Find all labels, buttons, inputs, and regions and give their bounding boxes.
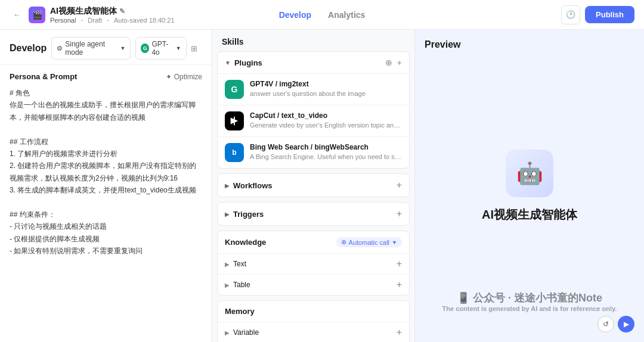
triggers-section: ▶ Triggers + (217, 202, 410, 226)
persona-text[interactable]: # 角色 你是一个出色的视频生成助手，擅长根据用户的需求编写脚本，并能够根据脚本… (10, 87, 202, 257)
memory-section: Memory ▶ Variable + ▶ Database ⓘ + (217, 300, 410, 342)
edit-icon[interactable]: ✎ (119, 7, 125, 15)
draft-badge: Draft (88, 17, 102, 24)
plugin-name-capcut: CapCut / text_to_video (250, 111, 402, 120)
plugins-actions: ⊕ + (385, 58, 402, 67)
variable-chevron: ▶ (225, 329, 230, 336)
table-chevron: ▶ (225, 282, 230, 288)
plugin-logo-capcut (225, 111, 244, 130)
knowledge-section: Knowledge ⊕ Automatic call ▼ ▶ Text + (217, 231, 410, 296)
preview-bot-icon: 🤖 (506, 150, 553, 197)
left-panel: Develop ⚙ Single agent mode ▼ G GPT-4o ▼… (0, 30, 212, 342)
plugin-item-gpt4v[interactable]: G GPT4V / img2text answer user's questio… (218, 73, 409, 105)
plugins-add-icon[interactable]: + (397, 58, 402, 67)
knowledge-text-label: Text (233, 260, 246, 268)
knowledge-item-table[interactable]: ▶ Table + (218, 274, 409, 295)
mode-label: Single agent mode (65, 40, 117, 57)
plugin-logo-bing: b (225, 143, 244, 162)
plugins-header[interactable]: ▼ Plugins ⊕ + (218, 52, 409, 73)
plugin-info-capcut: CapCut / text_to_video Generate video by… (250, 111, 402, 130)
triggers-header[interactable]: ▶ Triggers + (218, 203, 409, 225)
triggers-add-icon[interactable]: + (397, 209, 402, 219)
grid-icon[interactable]: ⊞ (187, 40, 202, 57)
plugins-section: ▼ Plugins ⊕ + G GPT4V / img2text answer … (217, 51, 410, 169)
persona-section: Persona & Prompt ✦ Optimize # 角色 你是一个出色的… (0, 65, 212, 342)
persona-title: Persona & Prompt (10, 72, 77, 81)
memory-title: Memory (225, 307, 255, 316)
auto-call-badge[interactable]: ⊕ Automatic call ▼ (336, 237, 402, 247)
plugin-name-gpt4v: GPT4V / img2text (250, 80, 402, 88)
optimize-label: Optimize (174, 73, 202, 81)
optimize-button[interactable]: ✦ Optimize (166, 73, 202, 81)
optimize-icon: ✦ (166, 73, 172, 81)
memory-header: Memory (218, 301, 409, 322)
autosaved-text: Auto-saved 18:40:21 (114, 17, 175, 24)
auto-call-label: Automatic call (349, 239, 389, 246)
watermark-text: 📱 公众号 · 迷途小书童的Note (457, 291, 602, 305)
plugins-title: Plugins (234, 58, 262, 67)
table-add-icon[interactable]: + (397, 279, 402, 290)
refresh-button[interactable]: ↺ (597, 316, 614, 332)
plugins-header-left: ▼ Plugins (225, 58, 262, 67)
knowledge-item-text[interactable]: ▶ Text + (218, 253, 409, 274)
plugin-desc-bing: A Bing Search Engine. Useful when you ne… (250, 153, 402, 161)
history-button[interactable]: 🕐 (561, 5, 580, 24)
preview-bot-name: AI视频生成智能体 (482, 207, 577, 223)
model-selector[interactable]: G GPT-4o ▼ (135, 37, 186, 60)
app-title-text: AI视频生成智能体 (50, 6, 117, 17)
knowledge-table-label: Table (233, 281, 250, 289)
plugins-settings-icon[interactable]: ⊕ (385, 58, 392, 67)
top-bar: ← 🎬 AI视频生成智能体 ✎ Personal • Draft • Auto-… (0, 0, 644, 30)
right-panel: Preview 🤖 AI视频生成智能体 📱 公众号 · 迷途小书童的Note T… (415, 30, 644, 342)
plugin-item-capcut[interactable]: CapCut / text_to_video Generate video by… (218, 105, 409, 136)
memory-item-variable[interactable]: ▶ Variable + (218, 322, 409, 342)
tab-analytics[interactable]: Analytics (321, 7, 372, 23)
middle-panel: Skills ▼ Plugins ⊕ + G (212, 30, 415, 342)
app-title-group: AI视频生成智能体 ✎ Personal • Draft • Auto-save… (50, 6, 175, 24)
plugin-desc-capcut: Generate video by user's English version… (250, 121, 402, 130)
separator-1: • (80, 17, 83, 24)
workflows-left: ▶ Workflows (225, 181, 273, 190)
variable-add-icon[interactable]: + (397, 327, 402, 338)
publish-button[interactable]: Publish (585, 6, 634, 23)
plugins-chevron: ▼ (225, 60, 231, 66)
app-meta: Personal • Draft • Auto-saved 18:40:21 (50, 17, 175, 24)
tab-develop[interactable]: Develop (272, 7, 318, 23)
workflows-title: Workflows (233, 181, 273, 190)
model-icon: G (141, 43, 149, 53)
preview-content: 🤖 AI视频生成智能体 (482, 150, 577, 223)
top-bar-center: Develop Analytics (272, 7, 373, 23)
play-button[interactable]: ▶ (618, 316, 634, 332)
variable-left: ▶ Variable (225, 328, 259, 337)
skills-label: Skills (222, 37, 244, 46)
knowledge-title: Knowledge (225, 238, 266, 247)
workflows-header[interactable]: ▶ Workflows + (218, 174, 409, 197)
plugin-item-bing[interactable]: b Bing Web Search / bingWebSearch A Bing… (218, 136, 409, 168)
triggers-chevron: ▶ (225, 211, 230, 217)
skills-header: Skills (212, 30, 414, 51)
plugin-name-bing: Bing Web Search / bingWebSearch (250, 143, 402, 151)
knowledge-item-text-left: ▶ Text (225, 260, 246, 268)
mode-selector[interactable]: ⚙ Single agent mode ▼ (51, 37, 131, 60)
text-add-icon[interactable]: + (397, 259, 402, 269)
auto-call-icon: ⊕ (341, 238, 346, 246)
left-header: Develop ⚙ Single agent mode ▼ G GPT-4o ▼… (0, 30, 212, 65)
plugin-desc-gpt4v: answer user's question about the image (250, 89, 402, 98)
back-button[interactable]: ← (10, 8, 24, 22)
variable-label: Variable (233, 328, 259, 337)
app-icon: 🎬 (29, 7, 45, 23)
skills-content: ▼ Plugins ⊕ + G GPT4V / img2text answer … (212, 51, 414, 342)
plugin-info-bing: Bing Web Search / bingWebSearch A Bing S… (250, 143, 402, 161)
plugin-info-gpt4v: GPT4V / img2text answer user's question … (250, 80, 402, 98)
develop-title: Develop (10, 43, 47, 54)
workflows-add-icon[interactable]: + (397, 180, 402, 191)
personal-badge: Personal (50, 17, 76, 24)
preview-title: Preview (425, 39, 460, 50)
watermark-sub: The content is generated by AI and is fo… (442, 305, 617, 312)
text-chevron: ▶ (225, 261, 230, 268)
workflows-section: ▶ Workflows + (217, 173, 410, 197)
triggers-title: Triggers (233, 210, 264, 219)
main-content: Develop ⚙ Single agent mode ▼ G GPT-4o ▼… (0, 30, 644, 342)
watermark: 📱 公众号 · 迷途小书童的Note The content is genera… (415, 291, 644, 312)
workflows-chevron: ▶ (225, 182, 230, 189)
